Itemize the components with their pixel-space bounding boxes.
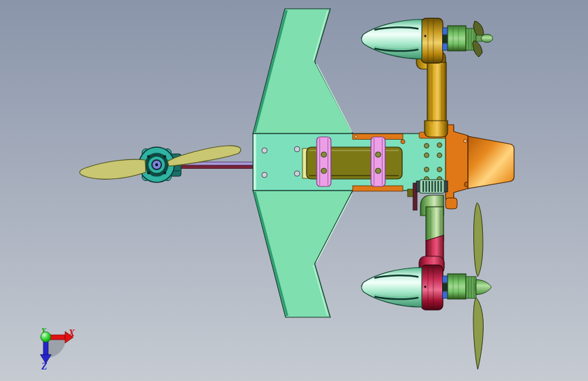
orientation-triad[interactable]: Y X Z	[41, 326, 76, 372]
motor-band-dark	[443, 283, 448, 291]
x-axis-label: X	[68, 328, 75, 338]
wing-top-panel[interactable]	[253, 9, 353, 134]
bottom-nacelle[interactable]	[361, 265, 492, 310]
strap-screw	[376, 168, 381, 174]
rear-prop-spinner-tip[interactable]	[476, 280, 492, 295]
plate-left-edge-highlight	[254, 134, 256, 190]
bottom-boom[interactable]	[419, 195, 444, 274]
strap-screw	[321, 152, 327, 157]
cad-viewport[interactable]: Y X Z	[0, 0, 588, 381]
model-canvas[interactable]: Y X Z	[0, 0, 588, 381]
top-spinner-cone[interactable]	[361, 20, 422, 60]
bottom-motor-body[interactable]	[448, 274, 466, 299]
prop-hub-dot	[155, 163, 158, 166]
ring-pin	[424, 285, 426, 287]
front-prop-blade-left[interactable]	[79, 159, 146, 179]
motor-band-blue	[443, 276, 448, 283]
bulkhead-band[interactable]	[446, 125, 468, 199]
z-axis-label: Z	[41, 361, 47, 372]
servo-horn[interactable]	[408, 189, 413, 197]
motor-band-blue	[443, 43, 448, 50]
top-boom[interactable]	[416, 52, 448, 137]
strap-screw	[321, 168, 327, 174]
top-prop-spinner-tip[interactable]	[482, 35, 493, 43]
top-prop-blade-b[interactable]	[473, 41, 482, 57]
top-motor-body[interactable]	[448, 26, 466, 51]
ring-pin	[424, 35, 426, 37]
bulkhead-hole-top	[464, 140, 467, 143]
rail-rivet	[355, 136, 357, 138]
rear-prop-blade-lower[interactable]	[473, 298, 484, 369]
top-boom-bar[interactable]	[427, 62, 446, 127]
strap-screw	[376, 152, 381, 157]
wing-bottom-panel[interactable]	[253, 190, 353, 317]
bottom-boom-bar[interactable]	[426, 207, 444, 241]
motor-band-blue	[443, 292, 448, 298]
boom-bracket-bottom[interactable]	[446, 198, 457, 209]
battery-strap-front[interactable]	[317, 137, 331, 186]
top-boom-foot[interactable]	[425, 121, 448, 137]
battery-strap-rear[interactable]	[371, 137, 385, 186]
bottom-spinner-cone[interactable]	[361, 268, 422, 308]
bottom-motor-cap[interactable]	[466, 277, 476, 298]
origin-sphere[interactable]	[41, 332, 51, 342]
motor-band-dark	[443, 35, 448, 43]
top-mount-ring[interactable]	[421, 18, 443, 63]
top-nacelle[interactable]	[361, 18, 493, 63]
tail-cone[interactable]	[468, 136, 514, 188]
rear-prop-blade-upper[interactable]	[474, 203, 484, 277]
motor-band-blue	[443, 28, 448, 35]
